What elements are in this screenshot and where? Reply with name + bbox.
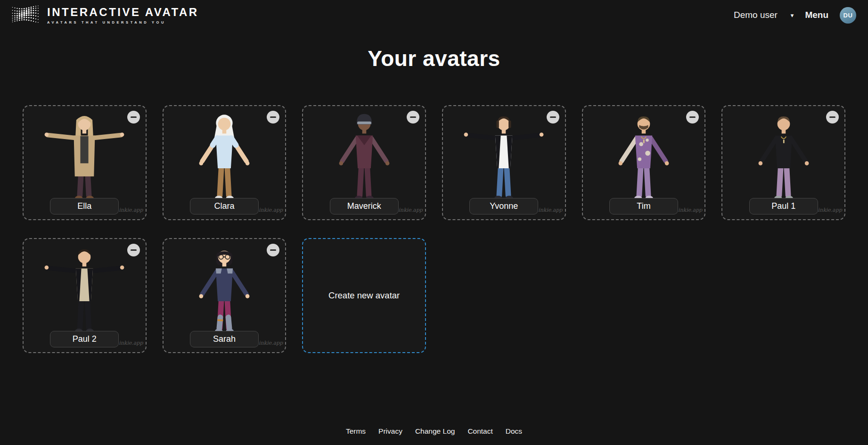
avatar-card[interactable]: Clara inkie.app bbox=[163, 105, 287, 220]
create-avatar-label: Create new avatar bbox=[328, 290, 400, 301]
remove-avatar-button[interactable] bbox=[127, 111, 140, 124]
remove-avatar-button[interactable] bbox=[127, 244, 140, 256]
avatar-card[interactable]: Tim inkie.app bbox=[582, 105, 706, 220]
minus-icon bbox=[270, 249, 276, 251]
app-header: INTERACTIVE AVATAR AVATARS THAT UNDERSTA… bbox=[0, 0, 868, 30]
avatar-card[interactable]: Paul 2 inkie.app bbox=[23, 238, 147, 353]
brand[interactable]: INTERACTIVE AVATAR AVATARS THAT UNDERSTA… bbox=[10, 4, 199, 26]
minus-icon bbox=[689, 116, 696, 118]
create-avatar-card[interactable]: Create new avatar bbox=[302, 238, 426, 353]
minus-icon bbox=[829, 116, 835, 118]
minus-icon bbox=[550, 116, 556, 118]
minus-icon bbox=[270, 116, 276, 118]
avatar-name-plate: Sarah bbox=[190, 331, 259, 347]
avatar-name-plate: Clara bbox=[190, 198, 259, 214]
avatar-card[interactable]: Maverick inkie.app bbox=[302, 105, 426, 220]
avatar-name-plate: Paul 2 bbox=[50, 331, 119, 347]
chevron-down-icon: ▾ bbox=[791, 12, 794, 18]
avatar-card[interactable]: Ella inkie.app bbox=[23, 105, 147, 220]
brand-tagline: AVATARS THAT UNDERSTAND YOU bbox=[47, 20, 199, 25]
avatar-name-plate: Yvonne bbox=[469, 198, 538, 214]
remove-avatar-button[interactable] bbox=[826, 111, 839, 124]
footer-link-privacy[interactable]: Privacy bbox=[378, 427, 402, 436]
brand-logo-icon bbox=[10, 4, 41, 26]
footer-link-docs[interactable]: Docs bbox=[506, 427, 522, 436]
minus-icon bbox=[131, 116, 137, 118]
avatar-name-plate: Paul 1 bbox=[749, 198, 818, 214]
brand-title: INTERACTIVE AVATAR bbox=[47, 6, 199, 19]
avatar-grid: Ella inkie.app Clara inkie.app Maverick … bbox=[23, 105, 845, 353]
avatar-card[interactable]: Sarah inkie.app bbox=[163, 238, 287, 353]
remove-avatar-button[interactable] bbox=[407, 111, 419, 124]
user-dropdown-label: Demo user bbox=[734, 10, 778, 20]
user-dropdown[interactable]: Demo user ▾ bbox=[734, 10, 794, 20]
avatar-card[interactable]: Paul 1 inkie.app bbox=[721, 105, 845, 220]
avatar-name-plate: Maverick bbox=[330, 198, 399, 214]
page-title: Your avatars bbox=[0, 46, 868, 71]
avatar-card[interactable]: Yvonne inkie.app bbox=[442, 105, 566, 220]
avatar-name-plate: Tim bbox=[609, 198, 678, 214]
remove-avatar-button[interactable] bbox=[547, 111, 559, 124]
footer-link-terms[interactable]: Terms bbox=[346, 427, 366, 436]
menu-button[interactable]: Menu bbox=[805, 10, 828, 20]
footer-link-contact[interactable]: Contact bbox=[467, 427, 492, 436]
minus-icon bbox=[131, 249, 137, 251]
user-avatar-badge[interactable]: DU bbox=[840, 7, 856, 24]
footer-link-change-log[interactable]: Change Log bbox=[415, 427, 455, 436]
footer: TermsPrivacyChange LogContactDocs bbox=[0, 427, 868, 436]
minus-icon bbox=[410, 116, 416, 118]
avatar-name-plate: Ella bbox=[50, 198, 119, 214]
